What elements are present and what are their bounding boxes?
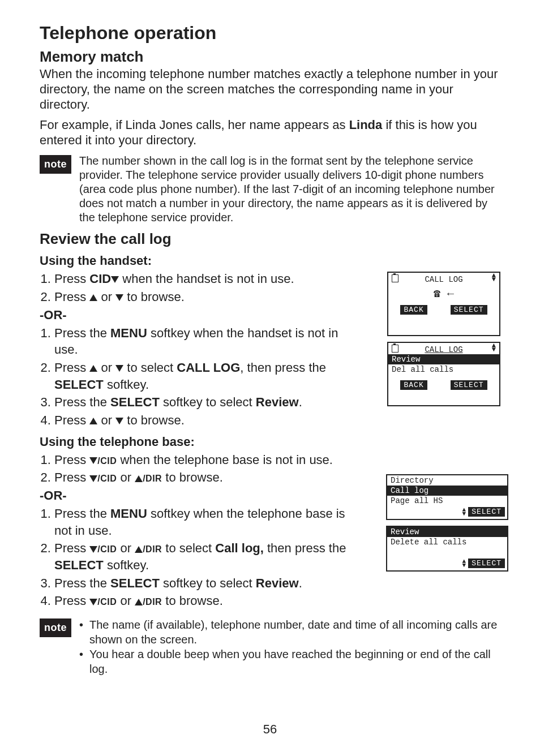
down-triangle-icon bbox=[89, 546, 97, 553]
base-screen-1: Directory Call log Page all HS ▲▼SELECT bbox=[386, 474, 508, 520]
text: or bbox=[97, 413, 115, 427]
para-memory-match-2: For example, if Linda Jones calls, her n… bbox=[40, 118, 500, 148]
text: Press bbox=[54, 594, 89, 608]
note-block-1: note The number shown in the call log is… bbox=[40, 154, 500, 225]
text: or bbox=[97, 290, 115, 304]
text: softkey to select bbox=[160, 395, 256, 409]
text: Press bbox=[54, 541, 89, 555]
list-item: Press /CID or /DIR to browse. bbox=[54, 592, 357, 609]
lcd-title: CALL LOG bbox=[388, 273, 499, 285]
list-item: Press /CID or /DIR to select Call log, t… bbox=[54, 540, 357, 573]
text: Press bbox=[54, 453, 89, 467]
updown-icon: ▲▼ bbox=[492, 274, 496, 282]
up-triangle-icon bbox=[135, 546, 143, 553]
or-label: -OR- bbox=[40, 308, 357, 323]
softkey-select: SELECT bbox=[451, 305, 487, 315]
list-item: You hear a double beep when you have rea… bbox=[89, 647, 500, 676]
subheading-using-handset: Using the handset: bbox=[40, 254, 357, 268]
lcd-row-selected: Review bbox=[388, 354, 499, 364]
text: Press bbox=[54, 290, 89, 304]
list-item: The name (if available), telephone numbe… bbox=[89, 617, 500, 647]
updown-icon: ▲▼ bbox=[462, 560, 466, 568]
base-list-a: Press /CID when the telephone base is no… bbox=[40, 452, 357, 486]
text: softkey. bbox=[104, 377, 149, 392]
down-triangle-icon bbox=[115, 294, 123, 301]
text: or bbox=[117, 541, 135, 555]
text: Press bbox=[54, 360, 89, 375]
base-list-b: Press the MENU softkey when the telephon… bbox=[40, 505, 357, 609]
text: to select bbox=[123, 360, 177, 375]
list-item: Press /CID or /DIR to browse. bbox=[54, 469, 357, 486]
text: then press the bbox=[264, 541, 346, 555]
text-bold: MENU bbox=[110, 506, 147, 521]
heading-review-call-log: Review the call log bbox=[40, 230, 500, 248]
text: Press the bbox=[54, 326, 110, 340]
text-bold: SELECT bbox=[54, 558, 104, 572]
lcd-row: Page all HS bbox=[387, 496, 507, 506]
updown-icon: ▲▼ bbox=[492, 344, 496, 352]
handset-screen-1: ▲▼ CALL LOG ☎ ← BACK SELECT bbox=[387, 272, 500, 336]
up-triangle-icon bbox=[135, 475, 143, 482]
page-number: 56 bbox=[0, 722, 540, 737]
text-bold: SELECT bbox=[110, 576, 160, 590]
battery-icon bbox=[392, 345, 398, 353]
text: to select bbox=[162, 541, 215, 555]
battery-icon bbox=[392, 274, 398, 282]
text: Press the bbox=[54, 395, 110, 409]
text-bold: /CID bbox=[97, 597, 117, 607]
text: . bbox=[299, 395, 302, 409]
lcd-row: Delete all calls bbox=[387, 537, 507, 547]
list-item: Press or to select CALL LOG, then press … bbox=[54, 359, 357, 393]
lcd-row: Directory bbox=[387, 475, 507, 486]
text: Press the bbox=[54, 576, 110, 590]
list-item: Press the SELECT softkey to select Revie… bbox=[54, 394, 357, 411]
text: . bbox=[299, 576, 302, 590]
list-item: Press or to browse. bbox=[54, 412, 357, 429]
text-bold: /CID bbox=[97, 456, 117, 466]
handset-list-b: Press the MENU softkey when the handset … bbox=[40, 325, 357, 429]
lcd-row-selected: Review bbox=[387, 527, 507, 537]
down-triangle-icon bbox=[111, 276, 119, 283]
text: when the telephone base is not in use. bbox=[117, 453, 333, 467]
note-badge: note bbox=[40, 155, 71, 174]
note-bullets: The name (if available), telephone numbe… bbox=[79, 617, 500, 676]
list-item: Press the MENU softkey when the telephon… bbox=[54, 505, 357, 539]
handset-screen-2: ▲▼ CALL LOG Review Del all calls BACK SE… bbox=[387, 342, 500, 406]
text: or bbox=[97, 360, 115, 375]
text-bold: CALL LOG bbox=[177, 360, 240, 375]
para-memory-match-1: When the incoming telephone number match… bbox=[40, 67, 500, 112]
text-bold: SELECT bbox=[54, 377, 104, 392]
text: , then press the bbox=[240, 360, 326, 375]
text: or bbox=[117, 594, 135, 608]
heading-memory-match: Memory match bbox=[40, 48, 500, 66]
list-item: Press /CID when the telephone base is no… bbox=[54, 452, 357, 469]
softkey-back: BACK bbox=[400, 380, 427, 390]
text-bold: CID bbox=[89, 272, 111, 286]
text-bold: /DIR bbox=[143, 544, 162, 554]
softkey-select: SELECT bbox=[468, 507, 505, 517]
text: to browse. bbox=[123, 290, 185, 304]
text: to browse. bbox=[162, 470, 223, 484]
lcd-row: Del all calls bbox=[388, 364, 499, 375]
handset-screens: ▲▼ CALL LOG ☎ ← BACK SELECT ▲▼ CALL LOG … bbox=[387, 272, 500, 406]
note-badge: note bbox=[40, 618, 71, 637]
text-bold: MENU bbox=[110, 326, 147, 340]
text-bold: /CID bbox=[97, 474, 117, 483]
text-bold: Review bbox=[256, 395, 299, 409]
note-block-2: note The name (if available), telephone … bbox=[40, 617, 500, 676]
lcd-row-selected: Call log bbox=[387, 486, 507, 496]
lcd-title: CALL LOG bbox=[388, 343, 499, 354]
text: softkey to select bbox=[160, 576, 256, 590]
text-bold: /DIR bbox=[143, 474, 162, 483]
base-screen-2: Review Delete all calls ▲▼SELECT bbox=[386, 526, 508, 572]
text: when the handset is not in use. bbox=[119, 272, 294, 286]
handset-list-a: Press CID when the handset is not in use… bbox=[40, 270, 357, 305]
lcd-row-blank bbox=[387, 547, 507, 557]
phone-icon: ☎ ← bbox=[388, 285, 499, 304]
text-bold: SELECT bbox=[110, 395, 160, 409]
down-triangle-icon bbox=[89, 475, 97, 482]
text: Press the bbox=[54, 506, 110, 521]
note-text: The number shown in the call log is in t… bbox=[79, 154, 500, 225]
text: For example, if Linda Jones calls, her n… bbox=[40, 118, 349, 132]
down-triangle-icon bbox=[89, 457, 97, 464]
